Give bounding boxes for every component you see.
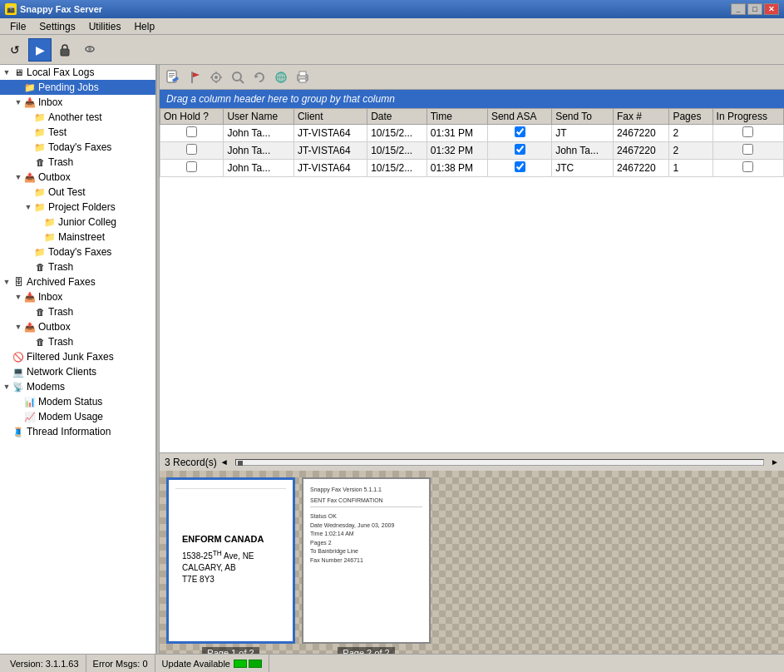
expand-archived-inbox[interactable]: ▼	[13, 292, 23, 302]
expand-outbox[interactable]: ▼	[13, 172, 23, 182]
cell-date: 10/15/2...	[367, 142, 427, 160]
sidebar-item-archived-outbox[interactable]: ▼ 📤 Outbox	[0, 319, 155, 334]
col-user-name[interactable]: User Name	[224, 109, 293, 125]
menu-utilities[interactable]: Utilities	[82, 19, 128, 34]
mainstreet-label: Mainstreet	[58, 231, 105, 243]
nav-scroll[interactable]	[235, 459, 765, 466]
sidebar-item-modems[interactable]: ▼ 📡 Modems	[0, 379, 155, 394]
toolbar-attach-button[interactable]	[78, 38, 101, 62]
junior-colleg-label: Junior Colleg	[58, 216, 116, 228]
sidebar-item-inbox[interactable]: ▼ 📥 Inbox	[0, 95, 155, 110]
toolbar-lock-button[interactable]	[53, 38, 76, 62]
sidebar-item-archived-inbox[interactable]: ▼ 📥 Inbox	[0, 289, 155, 304]
menu-help[interactable]: Help	[127, 19, 161, 34]
cell-time: 01:38 PM	[427, 160, 487, 177]
properties-button[interactable]	[206, 67, 226, 87]
col-send-to[interactable]: Send To	[552, 109, 614, 125]
cell-pages: 2	[669, 142, 713, 160]
content-refresh-button[interactable]	[249, 67, 269, 87]
table-row[interactable]: John Ta... JT-VISTA64 10/15/2... 01:31 P…	[160, 125, 784, 142]
col-date[interactable]: Date	[367, 109, 427, 125]
folder-icon-todays-out: 📁	[33, 245, 47, 259]
table-row[interactable]: John Ta... JT-VISTA64 10/15/2... 01:38 P…	[160, 160, 784, 177]
page-image-2: Snappy Fax Version 5.1.1.1 SENT Fax CONF…	[302, 477, 431, 644]
pending-jobs-label: Pending Jobs	[38, 82, 99, 93]
sidebar-item-todays-faxes-inbox[interactable]: ▶ 📁 Today's Faxes	[0, 140, 155, 155]
table-row[interactable]: John Ta... JT-VISTA64 10/15/2... 01:32 P…	[160, 142, 784, 160]
content-toolbar	[160, 65, 784, 90]
sidebar-item-trash-outbox[interactable]: ▶ 🗑 Trash	[0, 259, 155, 274]
sidebar-item-modem-usage[interactable]: ▶ 📈 Modem Usage	[0, 409, 155, 424]
trash-icon-inbox: 🗑	[33, 156, 47, 169]
col-pages[interactable]: Pages	[669, 109, 713, 125]
sidebar-item-local-fax-logs[interactable]: ▼ 🖥 Local Fax Logs	[0, 65, 155, 80]
sidebar-item-outbox[interactable]: ▼ 📤 Outbox	[0, 170, 155, 185]
fax-company: ENFORM CANADA	[182, 534, 264, 544]
sidebar-item-trash-archived-outbox[interactable]: ▶ 🗑 Trash	[0, 334, 155, 349]
page-thumb-2[interactable]: Snappy Fax Version 5.1.1.1 SENT Fax CONF…	[302, 477, 431, 654]
update-text: Update Available	[162, 659, 230, 669]
cell-fax-num: 2467220	[613, 160, 669, 177]
toolbar-pending-button[interactable]: ▶	[28, 38, 52, 62]
sidebar-item-trash-inbox[interactable]: ▶ 🗑 Trash	[0, 155, 155, 170]
menu-file[interactable]: File	[3, 19, 32, 34]
restore-button[interactable]: □	[747, 3, 762, 15]
sidebar-item-trash-archived-inbox[interactable]: ▶ 🗑 Trash	[0, 304, 155, 319]
archived-outbox-label: Outbox	[38, 321, 71, 333]
sidebar-item-project-folders[interactable]: ▼ 📁 Project Folders	[0, 200, 155, 215]
records-count: 3 Record(s)	[165, 457, 217, 468]
network-clients-icon: 💻	[12, 365, 25, 378]
sidebar-item-filtered-junk[interactable]: ▶ 🚫 Filtered Junk Faxes	[0, 349, 155, 364]
archived-inbox-label: Inbox	[38, 291, 62, 303]
minimize-button[interactable]: _	[731, 3, 746, 15]
toolbar-refresh-button[interactable]: ↺	[3, 38, 27, 62]
col-send-asa[interactable]: Send ASA	[487, 109, 551, 125]
fax-city: CALGARY, AB	[182, 563, 236, 572]
sidebar-item-todays-faxes-out[interactable]: ▶ 📁 Today's Faxes	[0, 245, 155, 259]
sidebar-item-out-test[interactable]: ▶ 📁 Out Test	[0, 185, 155, 200]
col-time[interactable]: Time	[427, 109, 487, 125]
nav-left-arrow[interactable]: ◄	[220, 457, 229, 467]
col-on-hold[interactable]: On Hold ?	[160, 109, 224, 125]
error-msgs-segment: Error Msgs: 0	[86, 655, 155, 672]
menu-bar: File Settings Utilities Help	[0, 18, 784, 35]
expand-archived-outbox[interactable]: ▼	[13, 322, 23, 332]
page-thumb-1[interactable]: ENFORM CANADA 1538-25TH Ave, NE CALGARY,…	[166, 477, 295, 654]
sidebar-item-mainstreet[interactable]: ▶ 📁 Mainstreet	[0, 230, 155, 245]
expand-project-folders[interactable]: ▼	[23, 202, 33, 212]
svg-rect-25	[299, 79, 306, 82]
sidebar-item-pending-jobs[interactable]: ▶ 📁 Pending Jobs	[0, 80, 155, 95]
close-button[interactable]: ✕	[764, 3, 779, 15]
cell-fax-num: 2467220	[613, 125, 669, 142]
expand-archived-faxes[interactable]: ▼	[2, 277, 12, 287]
col-in-progress[interactable]: In Progress	[713, 109, 783, 125]
expand-local-fax-logs[interactable]: ▼	[2, 67, 12, 77]
sidebar-item-archived-faxes[interactable]: ▼ 🗄 Archived Faxes	[0, 274, 155, 289]
cell-send-to: JTC	[552, 160, 614, 177]
expand-modems[interactable]: ▼	[2, 382, 12, 392]
svg-line-17	[240, 80, 244, 83]
col-fax-num[interactable]: Fax #	[613, 109, 669, 125]
nav-right-arrow[interactable]: ►	[771, 457, 779, 467]
menu-settings[interactable]: Settings	[32, 19, 81, 34]
sidebar-item-junior-colleg[interactable]: ▶ 📁 Junior Colleg	[0, 215, 155, 230]
trash-icon-archived-inbox: 🗑	[33, 305, 47, 319]
sidebar-item-modem-status[interactable]: ▶ 📊 Modem Status	[0, 394, 155, 409]
print-button[interactable]	[293, 67, 313, 87]
globe-button[interactable]	[271, 67, 291, 87]
sidebar-item-another-test[interactable]: ▶ 📁 Another test	[0, 110, 155, 125]
view-fax-button[interactable]	[163, 67, 183, 87]
svg-point-16	[233, 72, 241, 81]
search-button[interactable]	[228, 67, 248, 87]
sidebar-item-network-clients[interactable]: ▶ 💻 Network Clients	[0, 364, 155, 379]
title-bar: 📠 Snappy Fax Server _ □ ✕	[0, 0, 784, 18]
col-client[interactable]: Client	[293, 109, 367, 125]
cell-in-progress	[713, 142, 783, 160]
sidebar-item-thread-information[interactable]: ▶ 🧵 Thread Information	[0, 424, 155, 439]
cell-client: JT-VISTA64	[293, 142, 367, 160]
expand-inbox[interactable]: ▼	[13, 97, 23, 107]
folder-icon-test: 📁	[33, 126, 47, 139]
flag-button[interactable]	[185, 67, 205, 87]
sidebar-item-test[interactable]: ▶ 📁 Test	[0, 125, 155, 140]
cell-on-hold	[160, 142, 224, 160]
